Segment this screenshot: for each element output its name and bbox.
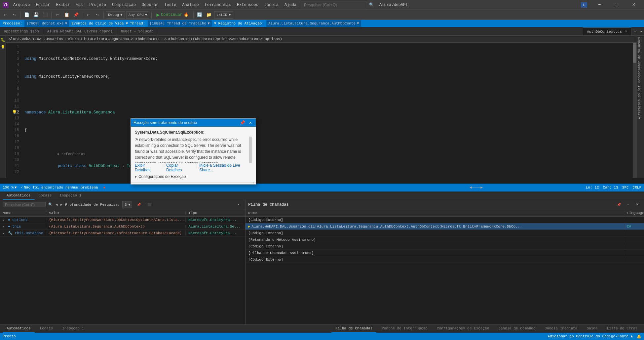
cs-row-4[interactable]: [Código Externo] — [246, 243, 644, 250]
restore-button[interactable]: □ — [609, 0, 624, 10]
exception-close-button[interactable]: × — [248, 120, 253, 125]
solutions-panel-btn[interactable]: Gerenciador de Soluções — [637, 36, 644, 84]
tab-locais[interactable]: Locais — [35, 192, 56, 200]
cs-row-6[interactable]: [Código Externo] — [246, 256, 644, 263]
copy-details-link[interactable]: Copiar Detalhes — [166, 163, 193, 172]
auto-close-btn[interactable]: × — [235, 201, 243, 209]
menu-janela[interactable]: Janela — [262, 2, 281, 8]
activity-lightbulb[interactable]: 💡 — [0, 44, 6, 50]
bottom-tab-inspecao[interactable]: Inspeção 1 — [58, 325, 88, 333]
activation-dropdown[interactable]: Alura.ListaLeitura.Seguranca.AuthDbConte… — [266, 20, 361, 27]
copy-button[interactable]: 📋 — [63, 11, 71, 19]
close-button[interactable]: × — [626, 0, 641, 10]
txtid-dropdown[interactable]: txtID ▼ — [214, 11, 233, 19]
lightbulb-icon[interactable]: 💡 — [12, 110, 17, 115]
bottom-tab-cmd-window[interactable]: Janela de Comando — [494, 325, 539, 333]
encoding-indicator[interactable]: SPC — [622, 185, 629, 190]
bottom-tab-breakpoints[interactable]: Pontos de Interrupção — [378, 325, 432, 333]
cs-pin-btn[interactable]: 📌 — [615, 201, 623, 209]
redo-button[interactable]: ↪ — [94, 11, 101, 19]
minimize-button[interactable]: − — [592, 0, 607, 10]
paste-button[interactable]: 📌 — [72, 11, 80, 19]
no-problems-indicator[interactable]: ✓ Não foi encontrado nenhum problema — [21, 185, 98, 190]
pin-button[interactable]: 📌 — [238, 120, 246, 125]
cs-row-1[interactable]: ▶ Alura.WebAPI.DAL.Usuarios.dll!Alura.Li… — [246, 223, 644, 230]
tab-livros-csproj[interactable]: Alura.WebAPI.DAL.Livros.csproj — [43, 27, 117, 35]
nav-back[interactable]: ◀ — [56, 202, 58, 207]
notification-icon[interactable]: 🔔 — [637, 334, 641, 339]
line-ending-indicator[interactable]: CRLF — [633, 185, 641, 190]
automatics-search[interactable] — [3, 202, 46, 207]
menu-compilacao[interactable]: Compilação — [109, 2, 138, 8]
bottom-tab-output[interactable]: Saída — [583, 325, 602, 333]
bottom-tab-immediate[interactable]: Janela Imediata — [541, 325, 582, 333]
undo-button[interactable]: ↩ — [84, 11, 92, 19]
bottom-tab-exc-config[interactable]: Configurações de Exceção — [433, 325, 493, 333]
menu-analise[interactable]: Análise — [179, 2, 201, 8]
menu-ajuda[interactable]: Ajuda — [282, 2, 299, 8]
folder-button[interactable]: 📁 — [205, 11, 213, 19]
warning-icon[interactable]: 🔺 — [102, 185, 107, 190]
line-indicator[interactable]: Ln: 12 — [586, 185, 599, 190]
cs-row-3[interactable]: [Retomando o Método Assíncrono] — [246, 236, 644, 243]
tab-automatics[interactable]: Automáticos — [3, 192, 35, 200]
thread-dropdown[interactable]: [16884] Thread de Trabalho ▼ — [147, 20, 212, 27]
code-content[interactable]: using Microsoft.AspNetCore.Identity.Enti… — [22, 43, 637, 178]
process-dropdown[interactable]: [7608] dotnet.exe ▼ — [24, 20, 69, 27]
extra-btn[interactable]: ⬛ — [145, 201, 153, 209]
tab-authdbcontext-close[interactable]: × — [625, 30, 627, 33]
add-tab-button[interactable]: + — [631, 27, 639, 35]
expand-icon-this[interactable]: ▶ — [3, 225, 4, 229]
exception-resize-handle[interactable]: ⠿ — [131, 182, 256, 184]
refresh-button[interactable]: 🔄 — [196, 11, 204, 19]
save-button[interactable]: 💾 — [32, 11, 40, 19]
auto-row-this[interactable]: ▶ ● this {Alura.ListaLeitura.Seguranca.A… — [0, 223, 245, 230]
tab-authdbcontext[interactable]: AuthDbContext.cs × — [583, 27, 631, 35]
back-button[interactable]: ↩ — [1, 11, 9, 19]
side-panel-toggle[interactable]: ◀ — [639, 27, 644, 35]
auto-row-options[interactable]: ▶ ● options {Microsoft.EntityFrameworkCo… — [0, 217, 245, 223]
menu-editar[interactable]: Editar — [33, 2, 53, 8]
menu-extensoes[interactable]: Extensões — [234, 2, 261, 8]
expand-icon-options[interactable]: ▶ — [3, 219, 4, 222]
cs-minimize-btn[interactable]: − — [624, 201, 632, 209]
new-file-button[interactable]: 📄 — [23, 11, 31, 19]
platform-dropdown[interactable]: Any CPU ▼ — [126, 11, 150, 19]
cs-row-0[interactable]: [Código Externo] — [246, 217, 644, 223]
show-details-link[interactable]: Exibir Detalhes — [135, 163, 160, 172]
bottom-tab-call-stack[interactable]: Pilha de Chamadas — [331, 325, 376, 333]
continue-button[interactable]: ▶ Continuar 🔥 — [154, 12, 191, 18]
cs-row-2[interactable]: [Código Externo] — [246, 230, 644, 236]
menu-git[interactable]: Git — [74, 2, 86, 8]
menu-teste[interactable]: Teste — [162, 2, 179, 8]
exception-config[interactable]: ▶ Configurações de Exceção — [135, 174, 252, 179]
search-box[interactable] — [301, 2, 367, 8]
zoom-level[interactable]: 100 % ▼ — [3, 185, 17, 190]
forward-button[interactable]: ↪ — [11, 11, 19, 19]
git-changes-btn[interactable]: Alterações do Git — [637, 84, 644, 120]
code-scrollbar[interactable] — [633, 43, 637, 178]
cs-close-btn[interactable]: × — [633, 201, 641, 209]
lifecycle-button[interactable]: Eventos de Ciclo de Vida — [71, 21, 124, 25]
bottom-tab-automatics[interactable]: Automáticos — [3, 325, 35, 333]
auto-row-this-database[interactable]: ▶ 🔧 this.Database {Microsoft.EntityFrame… — [0, 230, 245, 236]
pin-window-btn[interactable]: 📌 — [135, 201, 143, 209]
menu-arquivo[interactable]: Arquivo — [11, 2, 32, 8]
tab-appsettings[interactable]: appsettings.json — [0, 27, 43, 35]
bottom-tab-error-list[interactable]: Lista de Erros — [603, 325, 641, 333]
cs-row-5[interactable]: [Pilha de Chamadas Assíncrona] — [246, 250, 644, 256]
save-all-button[interactable]: ⬛ — [41, 11, 49, 19]
cut-button[interactable]: ✂ — [54, 11, 61, 19]
col-indicator[interactable]: Car: 13 — [603, 185, 618, 190]
add-font-btn[interactable]: Adicionar ao Controle do Código-Fonte ▲ — [548, 334, 633, 338]
exception-scroll[interactable]: 'A network-related or instance-specific … — [135, 137, 252, 163]
expand-icon-thisdatabase[interactable]: ▶ — [3, 232, 4, 235]
tab-nuget[interactable]: NuGet - Solução — [117, 27, 158, 35]
liveshare-link[interactable]: Inicie a Sessão do Live Share... — [199, 163, 252, 172]
nav-forward[interactable]: ▶ — [60, 202, 63, 207]
menu-projeto[interactable]: Projeto — [87, 2, 108, 8]
activity-debug[interactable]: 🐛 — [0, 37, 6, 42]
tab-inspecao[interactable]: Inspeção 1 — [56, 192, 85, 200]
debug-config-dropdown[interactable]: Debug ▼ — [106, 11, 125, 19]
menu-depurar[interactable]: Depurar — [139, 2, 161, 8]
